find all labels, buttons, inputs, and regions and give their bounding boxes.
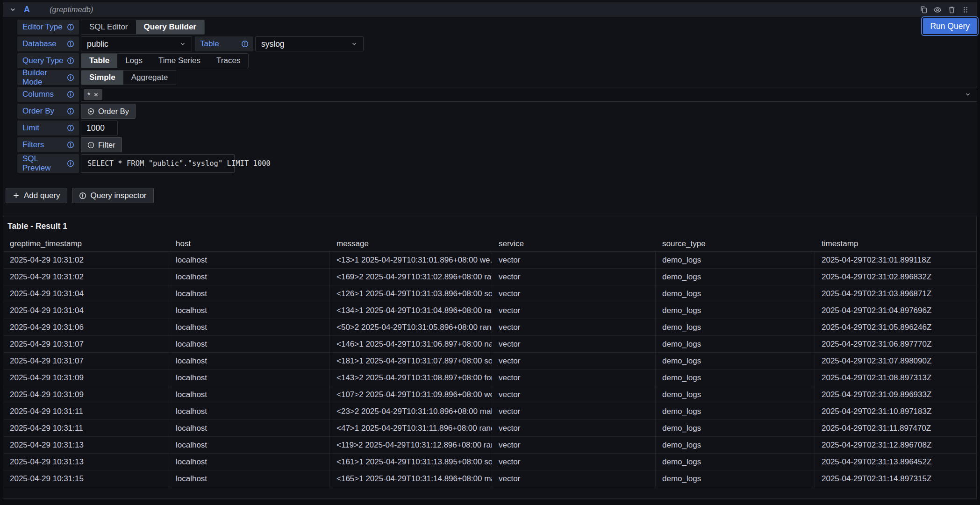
column-header[interactable]: timestamp bbox=[815, 239, 976, 249]
cell-host: localhost bbox=[169, 252, 330, 268]
cell-message: <181>1 2025-04-29T10:31:07.897+08:00 som… bbox=[330, 353, 492, 369]
cell-host: localhost bbox=[169, 336, 330, 352]
cell-host: localhost bbox=[169, 269, 330, 285]
query-type-option-table[interactable]: Table bbox=[81, 54, 117, 68]
info-icon[interactable] bbox=[241, 40, 249, 48]
cell-timestamp: 2025-04-29T02:31:04.897696Z bbox=[815, 302, 976, 319]
form-row-database-table: Database public Table bbox=[17, 36, 977, 51]
cell-timestamp: 2025-04-29T02:31:01.899118Z bbox=[815, 252, 976, 268]
add-query-button[interactable]: Add query bbox=[6, 188, 67, 203]
drag-handle-icon[interactable] bbox=[959, 4, 973, 16]
limit-input[interactable] bbox=[81, 121, 118, 135]
info-icon[interactable] bbox=[67, 74, 74, 81]
builder-mode-toggle: Simple Aggregate bbox=[81, 70, 176, 85]
table-row: 2025-04-29 10:31:07 localhost <146>1 202… bbox=[3, 336, 976, 353]
cell-service: vector bbox=[492, 386, 656, 403]
database-select[interactable]: public bbox=[81, 36, 192, 51]
columns-multiselect[interactable]: * bbox=[81, 87, 977, 102]
cell-source-type: demo_logs bbox=[656, 252, 815, 268]
info-icon[interactable] bbox=[67, 57, 74, 64]
cell-timestamp: 2025-04-29T02:31:03.896871Z bbox=[815, 285, 976, 302]
cell-source-type: demo_logs bbox=[656, 353, 815, 369]
order-by-label: Order By bbox=[17, 104, 79, 119]
column-header[interactable]: service bbox=[492, 239, 656, 249]
form-row-filters: Filters Filter bbox=[17, 137, 977, 152]
table-row: 2025-04-29 10:31:11 localhost <47>1 2025… bbox=[3, 420, 976, 437]
cell-service: vector bbox=[492, 470, 656, 487]
table-row: 2025-04-29 10:31:13 localhost <161>1 202… bbox=[3, 454, 976, 470]
cell-greptime-timestamp: 2025-04-29 10:31:07 bbox=[3, 353, 169, 369]
results-panel: Table - Result 1 greptime_timestamp host… bbox=[3, 216, 977, 499]
cell-source-type: demo_logs bbox=[656, 302, 815, 319]
table-row: 2025-04-29 10:31:07 localhost <181>1 202… bbox=[3, 353, 976, 370]
cell-greptime-timestamp: 2025-04-29 10:31:15 bbox=[3, 470, 169, 487]
builder-mode-option-simple[interactable]: Simple bbox=[81, 71, 123, 85]
column-header[interactable]: source_type bbox=[656, 239, 815, 249]
table-header-row: greptime_timestamp host message service … bbox=[3, 236, 976, 252]
column-header[interactable]: greptime_timestamp bbox=[3, 239, 169, 249]
form-row-query-type: Query Type Table Logs Time Series Traces bbox=[17, 53, 977, 68]
cell-service: vector bbox=[492, 353, 656, 369]
cell-message: <169>2 2025-04-29T10:31:02.896+08:00 ran… bbox=[330, 269, 492, 285]
info-icon[interactable] bbox=[67, 40, 74, 48]
query-type-option-logs[interactable]: Logs bbox=[117, 54, 150, 68]
builder-mode-option-aggregate[interactable]: Aggregate bbox=[123, 71, 176, 85]
cell-greptime-timestamp: 2025-04-29 10:31:07 bbox=[3, 336, 169, 352]
remove-tag-icon[interactable] bbox=[93, 92, 99, 97]
chevron-down-icon bbox=[179, 41, 186, 47]
info-icon[interactable] bbox=[67, 160, 74, 167]
info-icon[interactable] bbox=[67, 107, 74, 115]
table-row: 2025-04-29 10:31:06 localhost <50>2 2025… bbox=[3, 319, 976, 336]
eye-icon[interactable] bbox=[930, 4, 944, 16]
info-icon[interactable] bbox=[67, 124, 74, 132]
cell-host: localhost bbox=[169, 437, 330, 453]
cell-message: <165>1 2025-04-29T10:31:14.896+08:00 mak… bbox=[330, 470, 492, 487]
column-header[interactable]: message bbox=[330, 239, 492, 249]
table-row: 2025-04-29 10:31:04 localhost <126>1 202… bbox=[3, 285, 976, 302]
circle-plus-icon bbox=[87, 108, 94, 115]
editor-type-option-sql-editor[interactable]: SQL Editor bbox=[81, 20, 136, 34]
info-icon[interactable] bbox=[67, 91, 74, 98]
run-query-button[interactable]: Run Query bbox=[923, 18, 977, 34]
panel-title: Table - Result 1 bbox=[3, 216, 976, 231]
query-builder-form: Editor Type SQL Editor Query Builder Dat… bbox=[17, 20, 977, 173]
cell-source-type: demo_logs bbox=[656, 470, 815, 487]
cell-greptime-timestamp: 2025-04-29 10:31:11 bbox=[3, 420, 169, 436]
cell-greptime-timestamp: 2025-04-29 10:31:02 bbox=[3, 252, 169, 268]
chevron-down-icon bbox=[351, 41, 358, 47]
cell-timestamp: 2025-04-29T02:31:14.897315Z bbox=[815, 470, 976, 487]
sql-preview-label: SQL Preview bbox=[17, 154, 79, 173]
cell-greptime-timestamp: 2025-04-29 10:31:06 bbox=[3, 319, 169, 335]
table-row: 2025-04-29 10:31:02 localhost <13>1 2025… bbox=[3, 252, 976, 269]
trash-icon[interactable] bbox=[944, 4, 959, 16]
cell-host: localhost bbox=[169, 403, 330, 420]
cell-source-type: demo_logs bbox=[656, 454, 815, 470]
query-type-label: Query Type bbox=[17, 53, 79, 68]
query-footer: Add query Query inspector bbox=[6, 188, 977, 203]
editor-type-option-query-builder[interactable]: Query Builder bbox=[136, 20, 204, 34]
cell-message: <47>1 2025-04-29T10:31:11.896+08:00 rand… bbox=[330, 420, 492, 436]
editor-type-toggle: SQL Editor Query Builder bbox=[81, 20, 205, 35]
add-filter-button[interactable]: Filter bbox=[81, 137, 122, 152]
query-inspector-button[interactable]: Query inspector bbox=[72, 188, 154, 203]
info-icon[interactable] bbox=[67, 23, 74, 31]
cell-service: vector bbox=[492, 420, 656, 436]
query-type-option-traces[interactable]: Traces bbox=[208, 54, 248, 68]
chevron-down-icon bbox=[965, 91, 971, 98]
cell-timestamp: 2025-04-29T02:31:12.896708Z bbox=[815, 437, 976, 453]
table-row: 2025-04-29 10:31:09 localhost <107>2 202… bbox=[3, 386, 976, 403]
collapse-chevron-icon[interactable] bbox=[9, 6, 16, 13]
query-type-option-time-series[interactable]: Time Series bbox=[150, 54, 208, 68]
add-order-by-button[interactable]: Order By bbox=[81, 104, 136, 119]
query-row-header[interactable]: A (greptimedb) bbox=[3, 2, 977, 17]
copy-icon[interactable] bbox=[916, 4, 930, 16]
info-icon[interactable] bbox=[67, 141, 74, 149]
cell-timestamp: 2025-04-29T02:31:08.897313Z bbox=[815, 370, 976, 386]
cell-timestamp: 2025-04-29T02:31:07.898090Z bbox=[815, 353, 976, 369]
cell-service: vector bbox=[492, 319, 656, 335]
cell-timestamp: 2025-04-29T02:31:09.896933Z bbox=[815, 386, 976, 403]
column-header[interactable]: host bbox=[169, 239, 330, 249]
info-circle-icon bbox=[79, 192, 86, 199]
table-select[interactable]: syslog bbox=[255, 36, 364, 51]
cell-source-type: demo_logs bbox=[656, 336, 815, 352]
